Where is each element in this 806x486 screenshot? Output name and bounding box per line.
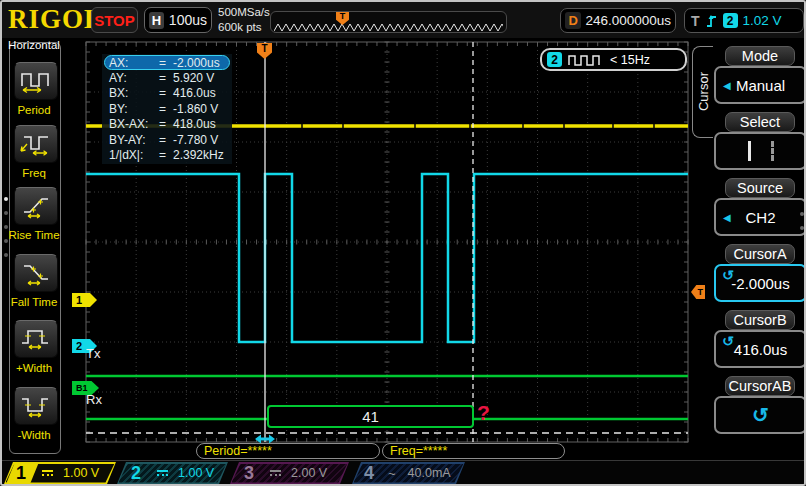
cursor-b-title: CursorB — [725, 310, 795, 330]
plus-width-button[interactable] — [14, 320, 58, 358]
dc-coupling-icon — [157, 470, 168, 476]
cursor-a-button[interactable]: ↺ -2.000us — [714, 264, 806, 302]
freq-button[interactable] — [14, 125, 58, 163]
menu-page-dot — [4, 211, 8, 215]
period-button[interactable] — [14, 62, 58, 100]
source-title: Source — [725, 178, 795, 198]
left-triangle-icon: ◀ — [723, 80, 731, 91]
decoded-byte-box: 41 — [267, 405, 474, 428]
menu-page-dot — [4, 197, 8, 201]
cursor-a-solid-icon — [748, 141, 751, 161]
cursor-measurement-panel: AX: = -2.000us AY: = 5.920 V BX: = 416.0… — [102, 54, 232, 164]
measurement-row: BX-AX: = 418.0us — [104, 117, 230, 132]
hardware-freq-counter: 2 < 15Hz — [540, 48, 687, 71]
channel1-status[interactable]: 1 1.00 V — [4, 462, 116, 484]
menu-name-tab: Cursor — [692, 46, 713, 138]
channel3-status[interactable]: 3 2.00 V — [230, 462, 349, 484]
right-page-dot — [800, 212, 804, 216]
cursor-a-title: CursorA — [725, 244, 795, 264]
channel-status-bar: 1 1.00 V 2 1.00 V 3 2.00 V — [2, 460, 806, 484]
cursor-ab-title: CursorAB — [725, 376, 795, 396]
dc-coupling-icon — [270, 470, 281, 476]
measurement-row: BY: = -1.860 V — [104, 101, 230, 116]
freq-counter-value: < 15Hz — [610, 53, 650, 67]
menu-page-dot — [4, 253, 8, 257]
measurement-row: BX: = 416.0us — [104, 86, 230, 101]
decode-error-mark: ? — [477, 401, 490, 425]
measurement-row: AY: = 5.920 V — [104, 70, 230, 85]
ac-coupling-icon: ~ — [388, 466, 396, 481]
freq-readout: Freq=***** — [382, 443, 565, 459]
fall-time-button[interactable] — [14, 254, 58, 292]
rise-time-icon — [18, 193, 54, 219]
square-wave-icon — [568, 54, 604, 66]
left-menu-title: Horizontal — [2, 39, 66, 51]
oscilloscope-screen: RIGOL STOP H 100us 500MSa/s 600k pts T D… — [0, 0, 806, 486]
rotate-knob-icon: ↺ — [722, 267, 734, 283]
left-triangle-icon: ◀ — [723, 212, 731, 223]
tx-label: Tx — [86, 346, 100, 361]
measurement-row: 1/|dX|: = 2.392kHz — [104, 147, 230, 162]
menu-page-dot — [4, 239, 8, 243]
channel4-status[interactable]: 4 ~ 40.0mA — [352, 462, 465, 484]
rise-time-button[interactable] — [14, 187, 58, 225]
mode-button[interactable]: ◀ Manual — [714, 66, 806, 104]
right-page-dot — [800, 226, 804, 230]
period-label: Period — [2, 104, 66, 116]
cursor-ab-button[interactable]: ↺ — [714, 396, 806, 434]
cursor-b-button[interactable]: ↺ 416.0us — [714, 330, 806, 368]
minus-width-icon — [18, 393, 54, 419]
freq-counter-channel-badge: 2 — [547, 52, 562, 67]
freq-label: Freq — [2, 167, 66, 179]
rotate-knob-icon: ↺ — [752, 403, 769, 427]
measurement-row: AX: = -2.000us — [104, 55, 230, 70]
dc-coupling-icon — [42, 470, 53, 476]
mode-title: Mode — [725, 46, 795, 66]
cursor-b-dashed-icon — [771, 141, 774, 161]
rise-time-label: Rise Time — [2, 229, 66, 241]
plus-width-label: +Width — [2, 362, 66, 374]
freq-icon — [18, 131, 54, 157]
select-title: Select — [725, 112, 795, 132]
measurement-row: BY-AY: = -7.780 V — [104, 132, 230, 147]
fall-time-label: Fall Time — [2, 296, 66, 308]
menu-page-dot — [4, 225, 8, 229]
rx-label: Rx — [86, 392, 102, 407]
rotate-knob-icon: ↺ — [722, 333, 734, 349]
channel2-status[interactable]: 2 1.00 V — [117, 462, 228, 484]
select-button[interactable] — [714, 132, 806, 170]
fall-time-icon — [18, 260, 54, 286]
period-icon — [18, 68, 54, 94]
minus-width-label: -Width — [2, 429, 66, 441]
period-readout: Period=***** — [196, 443, 380, 459]
plus-width-icon — [18, 326, 54, 352]
minus-width-button[interactable] — [14, 387, 58, 425]
source-button[interactable]: ◀ CH2 — [714, 198, 806, 236]
